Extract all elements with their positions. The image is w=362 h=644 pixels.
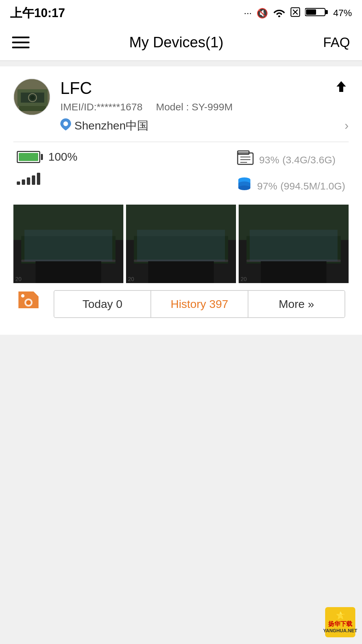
svg-text:20: 20	[15, 276, 21, 282]
status-time: 上午10:17	[10, 5, 65, 21]
action-bar: Today 0 History 397 More »	[13, 283, 349, 325]
svg-point-14	[63, 121, 68, 126]
svg-point-0	[278, 15, 280, 17]
device-location-text: Shenzhen中国	[74, 118, 148, 133]
battery-fill	[19, 153, 38, 161]
device-card: LFC IMEI/ID:******1678 Model : SY-999M	[0, 66, 362, 335]
bottom-area	[0, 335, 362, 637]
svg-rect-41	[262, 264, 325, 283]
svg-rect-40	[246, 260, 341, 262]
svg-point-11	[30, 95, 35, 100]
svg-rect-5	[306, 9, 316, 15]
device-location[interactable]: Shenzhen中国 ›	[60, 118, 349, 133]
svg-text:20: 20	[241, 276, 247, 282]
battery-icon	[17, 151, 43, 163]
stats-left: 100%	[17, 150, 77, 185]
nav-title: My Devices(1)	[129, 34, 223, 51]
stats-right: 93% (3.4G/3.6G) 97% (994.5	[237, 150, 345, 195]
svg-rect-32	[126, 205, 236, 240]
signal-icon	[17, 171, 40, 185]
photo-thumb-1[interactable]: 20	[13, 205, 123, 283]
sim-icon	[290, 7, 300, 19]
svg-point-45	[26, 300, 31, 305]
battery-stat: 100%	[17, 150, 77, 163]
mute-icon: 🔇	[256, 8, 268, 19]
svg-rect-35	[149, 264, 212, 283]
location-chevron-icon: ›	[345, 119, 349, 133]
svg-rect-38	[239, 205, 349, 240]
watermark: 🌟 扬华下载 YANGHUA.NET	[325, 607, 355, 637]
svg-text:20: 20	[128, 276, 134, 282]
svg-point-24	[238, 185, 250, 190]
today-tab[interactable]: Today 0	[54, 291, 151, 317]
svg-rect-6	[325, 10, 328, 14]
signal-dots-icon: ···	[244, 8, 252, 18]
signal-stat	[17, 171, 77, 185]
device-info: LFC IMEI/ID:******1678 Model : SY-999M	[60, 78, 349, 133]
battery-percent: 47%	[333, 8, 352, 18]
history-tab[interactable]: History 397	[151, 291, 248, 317]
svg-marker-13	[337, 81, 346, 92]
action-icon-area	[17, 290, 54, 318]
more-tab[interactable]: More »	[248, 291, 345, 317]
status-bar: 上午10:17 ··· 🔇 47%	[0, 0, 362, 24]
device-imei-row: IMEI/ID:******1678 Model : SY-999M	[60, 101, 349, 113]
device-name-row: LFC	[60, 78, 349, 98]
sd-card-icon	[237, 150, 254, 168]
device-name: LFC	[60, 78, 92, 98]
device-avatar	[13, 78, 50, 115]
sd-card-percent: 93% (3.4G/3.6G)	[259, 153, 336, 166]
svg-rect-39	[246, 236, 341, 264]
camera-tag-icon	[17, 290, 44, 318]
battery-status-icon	[305, 7, 328, 19]
svg-rect-29	[37, 264, 100, 283]
status-icons: ··· 🔇 47%	[244, 7, 352, 19]
wifi-icon	[273, 7, 286, 19]
top-nav: My Devices(1) FAQ	[0, 24, 362, 61]
svg-rect-28	[21, 260, 115, 262]
svg-rect-26	[13, 205, 123, 240]
storage-stat: 97% (994.5M/1.0G)	[237, 176, 345, 195]
device-imei: IMEI/ID:******1678	[60, 101, 142, 113]
svg-rect-33	[134, 236, 228, 264]
battery-percent-label: 100%	[48, 150, 77, 163]
tab-buttons: Today 0 History 397 More »	[54, 290, 345, 318]
upload-icon[interactable]	[334, 79, 349, 97]
faq-button[interactable]: FAQ	[323, 35, 350, 50]
divider-1	[13, 142, 349, 142]
device-model: Model : SY-999M	[156, 101, 233, 113]
battery-tip	[41, 154, 43, 160]
database-icon	[237, 176, 252, 195]
svg-rect-34	[134, 260, 228, 262]
photo-thumb-2[interactable]: 20	[126, 205, 236, 283]
svg-point-43	[21, 294, 24, 298]
stats-row: 100%	[13, 150, 349, 195]
svg-rect-12	[19, 106, 46, 111]
svg-rect-27	[21, 236, 115, 264]
hamburger-menu[interactable]	[12, 37, 29, 48]
sd-card-stat: 93% (3.4G/3.6G)	[237, 150, 336, 168]
device-header: LFC IMEI/ID:******1678 Model : SY-999M	[13, 78, 349, 133]
photo-grid: 20 20	[13, 205, 349, 283]
location-pin-icon	[60, 118, 71, 133]
photo-thumb-3[interactable]: 20	[239, 205, 349, 283]
storage-percent: 97% (994.5M/1.0G)	[257, 179, 345, 192]
